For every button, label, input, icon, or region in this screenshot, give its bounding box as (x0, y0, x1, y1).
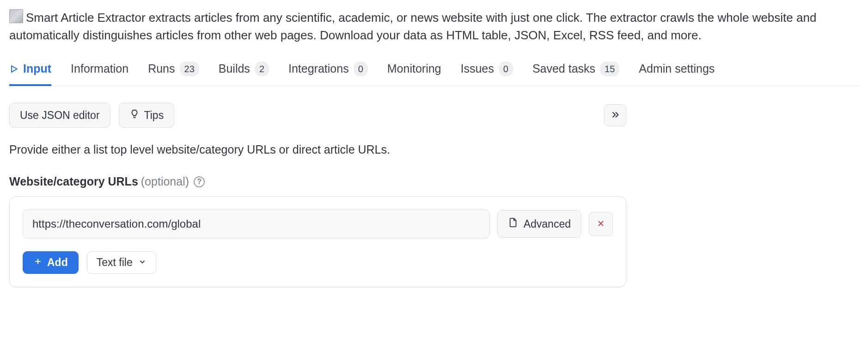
lightbulb-icon (129, 109, 140, 122)
field-label-text: Website/category URLs (9, 174, 138, 190)
close-icon (596, 219, 605, 229)
json-editor-button[interactable]: Use JSON editor (9, 103, 110, 128)
tab-input[interactable]: Input (9, 58, 51, 86)
text-file-button[interactable]: Text file (87, 251, 156, 274)
tab-badge: 23 (180, 62, 199, 76)
document-icon (508, 217, 518, 231)
field-label-row: Website/category URLs (optional) ? (9, 174, 859, 190)
tab-integrations[interactable]: Integrations 0 (288, 58, 368, 86)
tab-badge: 0 (499, 62, 513, 76)
tab-runs[interactable]: Runs 23 (148, 58, 199, 86)
chevron-down-icon (138, 256, 147, 269)
section-instruction: Provide either a list top level website/… (9, 142, 859, 158)
chevron-double-right-icon (610, 110, 620, 121)
tab-builds[interactable]: Builds 2 (219, 58, 269, 86)
tab-label: Information (71, 61, 128, 77)
url-list-card: Advanced Add Text file (9, 196, 626, 287)
button-label: Tips (144, 109, 164, 122)
tab-badge: 2 (255, 62, 269, 76)
button-label: Add (47, 256, 68, 269)
tab-label: Admin settings (639, 61, 715, 77)
add-url-button[interactable]: Add (23, 251, 79, 274)
tab-label: Integrations (288, 61, 349, 77)
plus-icon (33, 256, 43, 269)
tab-monitoring[interactable]: Monitoring (387, 58, 441, 86)
optional-text: (optional) (141, 174, 189, 190)
button-label: Text file (97, 256, 133, 269)
tab-label: Input (23, 61, 51, 77)
tab-saved-tasks[interactable]: Saved tasks 15 (532, 58, 619, 86)
row-actions: Add Text file (23, 251, 613, 274)
tab-bar: Input Information Runs 23 Builds 2 Integ… (9, 58, 859, 86)
button-label: Use JSON editor (20, 109, 100, 122)
app-description: Smart Article Extractor extracts article… (9, 9, 859, 44)
toolbar: Use JSON editor Tips (9, 103, 626, 128)
help-icon[interactable]: ? (194, 176, 205, 187)
tab-admin-settings[interactable]: Admin settings (639, 58, 715, 86)
tab-badge: 0 (354, 62, 368, 76)
tab-label: Saved tasks (532, 61, 595, 77)
play-icon (9, 64, 18, 74)
collapse-panel-button[interactable] (604, 104, 626, 126)
advanced-button[interactable]: Advanced (497, 210, 581, 238)
remove-url-button[interactable] (589, 212, 613, 236)
toolbar-left: Use JSON editor Tips (9, 103, 174, 128)
tab-label: Monitoring (387, 61, 441, 77)
tab-label: Builds (219, 61, 250, 77)
tab-label: Runs (148, 61, 175, 77)
app-icon (9, 9, 23, 23)
tab-label: Issues (461, 61, 494, 77)
app-description-text: Smart Article Extractor extracts article… (9, 11, 816, 42)
url-input[interactable] (23, 210, 490, 238)
tab-information[interactable]: Information (71, 58, 128, 86)
tab-badge: 15 (600, 62, 619, 76)
tips-button[interactable]: Tips (119, 103, 175, 128)
tab-issues[interactable]: Issues 0 (461, 58, 513, 86)
button-label: Advanced (524, 218, 571, 230)
url-row: Advanced (23, 210, 613, 238)
